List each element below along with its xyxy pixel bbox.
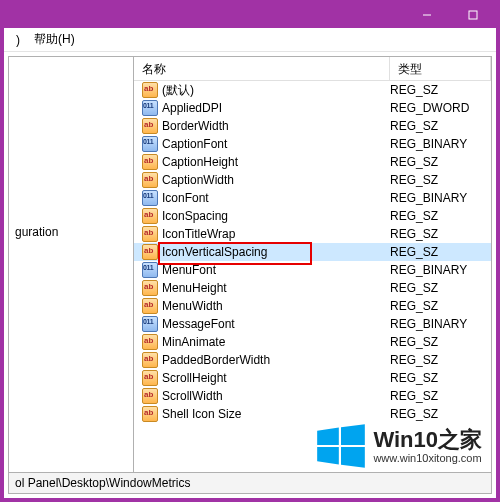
list-row[interactable]: IconVerticalSpacingREG_SZ: [134, 243, 491, 261]
maximize-icon: [468, 10, 478, 20]
list-row[interactable]: Shell Icon SizeREG_SZ: [134, 405, 491, 423]
value-type: REG_SZ: [390, 209, 491, 223]
reg-string-icon: [142, 82, 158, 98]
list-row[interactable]: ScrollHeightREG_SZ: [134, 369, 491, 387]
window-frame: ) 帮助(H) guration 名称 类型 (默认)REG_SZApplied…: [0, 0, 500, 502]
list-row[interactable]: MinAnimateREG_SZ: [134, 333, 491, 351]
value-name: (默认): [162, 82, 390, 99]
reg-string-icon: [142, 298, 158, 314]
value-type: REG_SZ: [390, 83, 491, 97]
menu-help[interactable]: 帮助(H): [28, 29, 81, 50]
listview[interactable]: 名称 类型 (默认)REG_SZAppliedDPIREG_DWORDBorde…: [134, 56, 492, 494]
list-row[interactable]: ScrollWidthREG_SZ: [134, 387, 491, 405]
value-type: REG_SZ: [390, 299, 491, 313]
reg-string-icon: [142, 280, 158, 296]
value-type: REG_SZ: [390, 281, 491, 295]
reg-string-icon: [142, 406, 158, 422]
value-name: IconTitleWrap: [162, 227, 390, 241]
reg-string-icon: [142, 352, 158, 368]
reg-string-icon: [142, 208, 158, 224]
value-name: AppliedDPI: [162, 101, 390, 115]
value-type: REG_SZ: [390, 155, 491, 169]
value-type: REG_BINARY: [390, 191, 491, 205]
reg-string-icon: [142, 244, 158, 260]
value-name: CaptionHeight: [162, 155, 390, 169]
tree-item-selected[interactable]: guration: [15, 225, 58, 239]
value-type: REG_SZ: [390, 407, 491, 421]
column-header-name[interactable]: 名称: [134, 57, 390, 80]
reg-binary-icon: [142, 100, 158, 116]
value-type: REG_SZ: [390, 353, 491, 367]
list-row[interactable]: MenuFontREG_BINARY: [134, 261, 491, 279]
column-header-type[interactable]: 类型: [390, 57, 491, 80]
value-type: REG_BINARY: [390, 263, 491, 277]
reg-string-icon: [142, 370, 158, 386]
list-row[interactable]: IconFontREG_BINARY: [134, 189, 491, 207]
value-name: MinAnimate: [162, 335, 390, 349]
value-name: Shell Icon Size: [162, 407, 390, 421]
value-name: CaptionWidth: [162, 173, 390, 187]
titlebar[interactable]: [4, 4, 496, 28]
reg-string-icon: [142, 154, 158, 170]
menu-item-1[interactable]: ): [10, 31, 26, 49]
minimize-icon: [422, 10, 432, 20]
value-name: IconVerticalSpacing: [162, 245, 390, 259]
list-row[interactable]: CaptionFontREG_BINARY: [134, 135, 491, 153]
value-type: REG_DWORD: [390, 101, 491, 115]
statusbar-path: ol Panel\Desktop\WindowMetrics: [15, 476, 190, 490]
list-row[interactable]: MessageFontREG_BINARY: [134, 315, 491, 333]
value-type: REG_SZ: [390, 173, 491, 187]
value-name: PaddedBorderWidth: [162, 353, 390, 367]
value-name: MenuFont: [162, 263, 390, 277]
list-row[interactable]: MenuHeightREG_SZ: [134, 279, 491, 297]
value-type: REG_SZ: [390, 389, 491, 403]
value-name: MenuWidth: [162, 299, 390, 313]
list-row[interactable]: BorderWidthREG_SZ: [134, 117, 491, 135]
svg-rect-1: [469, 11, 477, 19]
value-name: CaptionFont: [162, 137, 390, 151]
list-row[interactable]: IconSpacingREG_SZ: [134, 207, 491, 225]
list-row[interactable]: CaptionHeightREG_SZ: [134, 153, 491, 171]
reg-binary-icon: [142, 262, 158, 278]
statusbar: ol Panel\Desktop\WindowMetrics: [8, 472, 492, 494]
list-row[interactable]: PaddedBorderWidthREG_SZ: [134, 351, 491, 369]
list-rows: (默认)REG_SZAppliedDPIREG_DWORDBorderWidth…: [134, 81, 491, 476]
minimize-button[interactable]: [404, 4, 450, 26]
list-row[interactable]: IconTitleWrapREG_SZ: [134, 225, 491, 243]
window-controls: [404, 4, 496, 26]
list-row[interactable]: (默认)REG_SZ: [134, 81, 491, 99]
menubar: ) 帮助(H): [4, 28, 496, 52]
value-name: ScrollHeight: [162, 371, 390, 385]
value-name: IconFont: [162, 191, 390, 205]
value-type: REG_BINARY: [390, 137, 491, 151]
reg-string-icon: [142, 226, 158, 242]
maximize-button[interactable]: [450, 4, 496, 26]
column-headers: 名称 类型: [134, 57, 491, 81]
reg-string-icon: [142, 388, 158, 404]
value-name: MenuHeight: [162, 281, 390, 295]
value-type: REG_SZ: [390, 371, 491, 385]
value-type: REG_SZ: [390, 227, 491, 241]
list-row[interactable]: CaptionWidthREG_SZ: [134, 171, 491, 189]
tree-panel[interactable]: guration: [8, 56, 134, 494]
value-type: REG_BINARY: [390, 317, 491, 331]
value-type: REG_SZ: [390, 245, 491, 259]
value-type: REG_SZ: [390, 335, 491, 349]
value-type: REG_SZ: [390, 119, 491, 133]
reg-string-icon: [142, 334, 158, 350]
value-name: MessageFont: [162, 317, 390, 331]
list-row[interactable]: AppliedDPIREG_DWORD: [134, 99, 491, 117]
value-name: ScrollWidth: [162, 389, 390, 403]
reg-string-icon: [142, 172, 158, 188]
list-row[interactable]: MenuWidthREG_SZ: [134, 297, 491, 315]
value-name: BorderWidth: [162, 119, 390, 133]
reg-binary-icon: [142, 190, 158, 206]
reg-binary-icon: [142, 316, 158, 332]
reg-binary-icon: [142, 136, 158, 152]
value-name: IconSpacing: [162, 209, 390, 223]
reg-string-icon: [142, 118, 158, 134]
client-area: guration 名称 类型 (默认)REG_SZAppliedDPIREG_D…: [8, 56, 492, 494]
